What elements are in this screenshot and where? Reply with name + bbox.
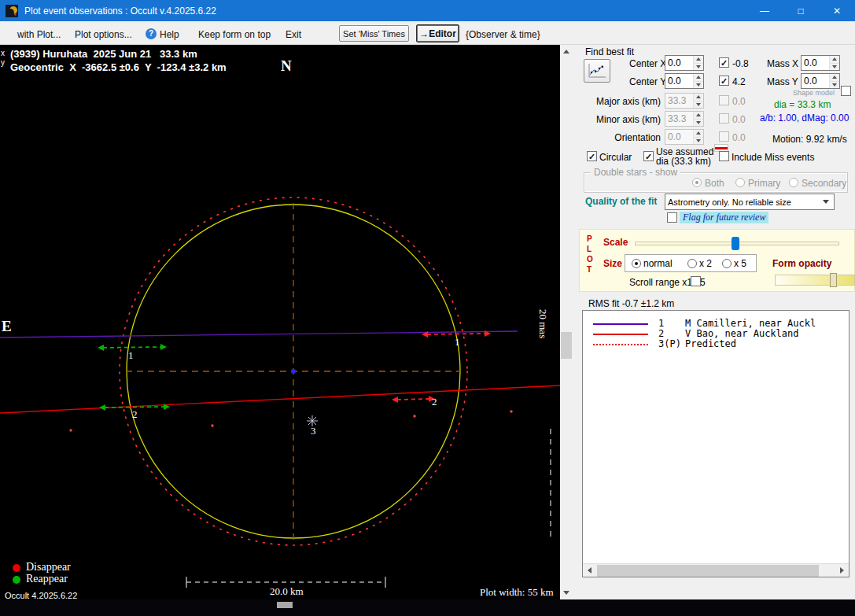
- plot-width-label: Plot width: 55 km: [480, 586, 554, 599]
- orientation-offset: 0.0: [732, 132, 746, 143]
- dia-label: dia = 33.3 km: [774, 99, 831, 110]
- size-x5-label: x 5: [734, 258, 746, 269]
- help-icon[interactable]: ?: [146, 28, 157, 39]
- center-y-checkbox[interactable]: ✓: [719, 76, 729, 86]
- occultation-plot: [0, 45, 560, 599]
- observer-2-line-sample: [593, 334, 648, 335]
- chord-2-line: [0, 385, 560, 413]
- plot-letter-l: L: [587, 245, 591, 253]
- plot-letter-t: T: [587, 265, 591, 274]
- titlebar[interactable]: Plot event observations : Occult v.4.202…: [0, 0, 855, 21]
- plot-title-line2: Geocentric X -3662.5 ±0.6 Y -123.4 ±3.2 …: [10, 61, 227, 73]
- major-axis-input: [665, 93, 704, 109]
- plot-letter-o: O: [587, 255, 593, 264]
- scroll-range-checkbox[interactable]: [691, 276, 701, 286]
- size-x2-radio[interactable]: [687, 259, 697, 268]
- mas-scale-label: 20 mas: [536, 309, 549, 338]
- observer-2-num: 2: [658, 328, 664, 339]
- flag-review-label: Flag for future review: [680, 212, 768, 223]
- motion-label: Motion: 9.92 km/s: [772, 134, 847, 145]
- use-assumed-checkbox[interactable]: ✓: [643, 151, 654, 161]
- listbox-horizontal-scrollbar[interactable]: [583, 563, 849, 577]
- observers-listbox[interactable]: 1 M Camilleri, near Auckl 2 V Bao, near …: [582, 310, 849, 577]
- include-miss-checkbox[interactable]: [719, 151, 729, 161]
- menu-keep-on-top[interactable]: Keep form on top: [198, 29, 271, 40]
- observer-1-num: 1: [658, 318, 664, 329]
- dropdown-arrow-icon[interactable]: [820, 194, 831, 209]
- rms-label: RMS fit -0.7 ±1.2 km: [588, 298, 674, 309]
- scroll-down-button[interactable]: [560, 586, 573, 599]
- maximize-button[interactable]: □: [783, 0, 819, 21]
- chord-2-right-label: 2: [432, 396, 437, 408]
- observer-time-label: {Observer & time}: [466, 29, 540, 40]
- center-x-label: Center X: [629, 58, 666, 69]
- editor-button[interactable]: →Editor: [416, 24, 459, 42]
- minimize-button[interactable]: —: [746, 0, 783, 21]
- scroll-right-button[interactable]: [835, 564, 848, 577]
- scale-slider-thumb[interactable]: [732, 237, 739, 250]
- observer-1-name: M Camilleri, near Auckl: [685, 318, 816, 329]
- plot-horizontal-scrollbar[interactable]: [0, 599, 855, 616]
- find-best-fit-label: Find best fit: [585, 46, 634, 57]
- circular-checkbox[interactable]: ✓: [587, 151, 597, 161]
- find-best-fit-button[interactable]: [584, 59, 610, 83]
- major-axis-checkbox: [719, 95, 729, 105]
- center-x-input[interactable]: [665, 55, 704, 71]
- menu-with-plot[interactable]: with Plot...: [17, 29, 61, 40]
- observer-3-num: 3(P): [658, 338, 681, 349]
- minor-axis-input: [665, 111, 704, 127]
- disappear-dot: [13, 564, 20, 572]
- plot-canvas[interactable]: x y (3939) Huruhata 2025 Jun 21 33.3 km …: [0, 45, 560, 599]
- close-button[interactable]: ✕: [819, 0, 855, 21]
- major-axis-offset: 0.0: [732, 96, 746, 107]
- bottom-scroll-thumb[interactable]: [277, 602, 293, 608]
- minor-axis-offset: 0.0: [732, 114, 746, 125]
- menu-exit[interactable]: Exit: [286, 29, 301, 40]
- observer-3-name: Predicted: [685, 338, 736, 349]
- reappear-label: Reappear: [26, 573, 68, 585]
- scroll-left-button[interactable]: [583, 564, 595, 577]
- reappear-dot: [13, 576, 20, 584]
- mass-y-input[interactable]: [801, 73, 840, 89]
- size-normal-radio[interactable]: [632, 259, 641, 268]
- quality-dropdown[interactable]: Astrometry only. No reliable size: [665, 194, 835, 210]
- set-miss-times-button[interactable]: Set 'Miss' Times: [339, 25, 409, 42]
- plot-controls-box: P L O T Scale Size normal x 2 x 5 Form o…: [579, 229, 855, 292]
- horizontal-scroll-thumb[interactable]: [597, 565, 819, 577]
- double-stars-primary-label: Primary: [748, 178, 780, 189]
- menu-plot-options[interactable]: Plot options...: [75, 29, 132, 40]
- plot-vertical-scrollbar[interactable]: [560, 45, 573, 599]
- shape-model-checkbox[interactable]: [841, 86, 851, 96]
- double-stars-both-label: Both: [705, 178, 724, 189]
- observer-2-name: V Bao, near Auckland: [685, 328, 799, 339]
- mass-y-spinner[interactable]: [829, 74, 839, 88]
- plot-title-line1: (3939) Huruhata 2025 Jun 21 33.3 km: [10, 48, 197, 60]
- ab-dmag-label: a/b: 1.00, dMag: 0.00: [760, 113, 849, 124]
- size-normal-label: normal: [643, 258, 673, 269]
- center-x-spinner[interactable]: [693, 56, 703, 70]
- mass-x-spinner[interactable]: [829, 56, 839, 70]
- chord-2-left-label: 2: [132, 408, 138, 421]
- opacity-slider-track[interactable]: [775, 275, 855, 286]
- scale-label: Scale: [603, 237, 628, 248]
- quality-label: Quality of the fit: [585, 196, 657, 207]
- center-x-checkbox[interactable]: ✓: [719, 57, 729, 68]
- chord-2-disappear-errorbar: [397, 399, 429, 400]
- vertical-scroll-thumb[interactable]: [561, 332, 572, 359]
- scroll-up-button[interactable]: [560, 45, 573, 58]
- mass-x-input[interactable]: [801, 55, 840, 71]
- use-assumed-label-2: dia (33.3 km): [656, 156, 711, 167]
- observer-3-line-sample: [593, 344, 648, 345]
- size-x5-radio[interactable]: [722, 259, 732, 268]
- center-y-spinner[interactable]: [693, 74, 703, 88]
- flag-review-checkbox[interactable]: [667, 212, 677, 223]
- predicted-label: 3: [311, 425, 316, 437]
- double-stars-title: Double stars - show: [591, 167, 680, 178]
- chord-1-line: [0, 331, 518, 338]
- menu-help[interactable]: Help: [160, 29, 179, 40]
- double-stars-primary-radio: [735, 178, 745, 187]
- double-stars-secondary-radio: [789, 178, 798, 187]
- chord-1-disappear-errorbar: [427, 334, 485, 334]
- center-y-input[interactable]: [665, 73, 704, 89]
- opacity-slider-thumb[interactable]: [830, 273, 837, 287]
